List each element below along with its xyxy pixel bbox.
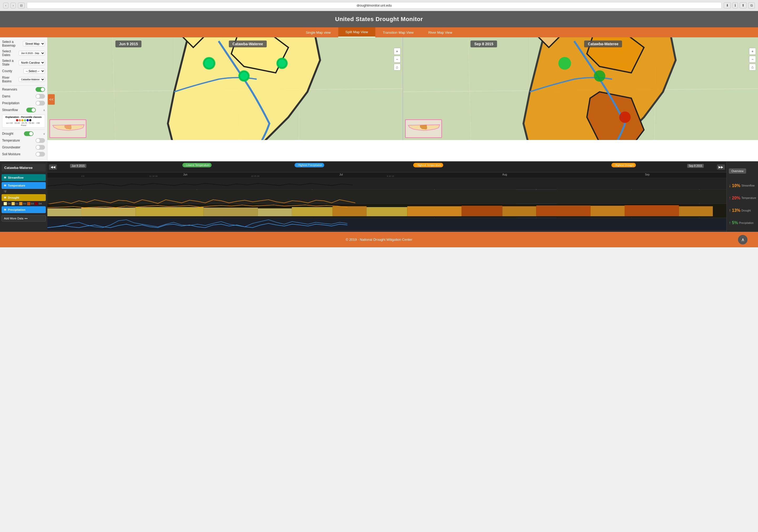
highest-drought-label: Highest Drought bbox=[615, 164, 634, 167]
right-zoom-out[interactable]: − bbox=[749, 56, 756, 63]
streamflow-stat-label: Streamflow bbox=[741, 184, 755, 187]
temperature-track-btn[interactable]: ≋ Temperature bbox=[2, 182, 46, 189]
share-btn[interactable]: ⬆ bbox=[740, 2, 747, 9]
address-bar[interactable]: droughtmonitor.unl.edu bbox=[27, 2, 722, 9]
overview-button[interactable]: Overview bbox=[729, 168, 746, 174]
right-map-svg bbox=[403, 37, 758, 140]
drought-track-btn[interactable]: ≋ Drought bbox=[2, 194, 46, 201]
sep-label: Sep bbox=[645, 173, 650, 176]
highest-precip-icon: ↑ bbox=[296, 164, 298, 167]
legend-dot-above-normal bbox=[24, 119, 26, 121]
window-btn[interactable]: ⧉ bbox=[748, 2, 755, 9]
tab-river-map[interactable]: River Map View bbox=[421, 27, 460, 37]
reservoirs-row: Reservoirs bbox=[2, 87, 45, 92]
right-map-controls: + − ⌂ bbox=[749, 48, 756, 71]
reservoirs-label: Reservoirs bbox=[2, 87, 17, 91]
lowest-temp-icon: ↓ bbox=[184, 164, 186, 167]
download-btn[interactable]: ⬇ bbox=[724, 2, 731, 9]
right-map-thumbnail bbox=[405, 119, 442, 138]
county-select[interactable]: -- Select -- bbox=[23, 68, 45, 74]
svg-rect-58 bbox=[258, 208, 292, 216]
scroll-top-button[interactable]: ∧ bbox=[738, 235, 747, 245]
tl-nav-right[interactable]: ▶▶ bbox=[717, 164, 725, 170]
svg-rect-54 bbox=[48, 208, 81, 216]
tab-single-map[interactable]: Single Map view bbox=[298, 27, 338, 37]
d1-label: D1 bbox=[16, 202, 19, 205]
streamflow-legend: Explanation - Percentile classes Lo <10 … bbox=[2, 115, 45, 128]
precipitation-stat-label: Precipitation bbox=[739, 221, 753, 224]
tl-right-panel: Overview ↓ 10% Streamflow ↑ 20% Temperat… bbox=[726, 162, 758, 232]
drought-legend: D0 D1 D2 D3 D4 bbox=[2, 202, 46, 205]
right-home[interactable]: ⌂ bbox=[749, 64, 756, 71]
highest-precip-label: Highest Precipitation bbox=[298, 164, 323, 167]
basemap-select[interactable]: Street Map bbox=[23, 41, 45, 46]
tick-2: 11 14 18 bbox=[149, 175, 157, 177]
basemap-label: Select a Basemap bbox=[2, 40, 22, 48]
svg-point-37 bbox=[619, 112, 630, 123]
groundwater-label: Groundwater bbox=[2, 146, 20, 149]
temperature-toggle[interactable] bbox=[36, 138, 45, 143]
svg-rect-68 bbox=[679, 206, 713, 216]
right-zoom-in[interactable]: + bbox=[749, 48, 756, 55]
tab-button[interactable]: ⊟ bbox=[18, 3, 25, 9]
footer-text: © 2019 - National Drought Mitigation Cen… bbox=[346, 238, 412, 242]
left-map-svg bbox=[48, 37, 403, 140]
state-select[interactable]: North Carolina bbox=[19, 60, 45, 65]
right-map-panel[interactable]: Sep 8 2015 Catawba-Wateree + − ⌂ bbox=[403, 37, 758, 140]
d4-swatch bbox=[35, 202, 38, 205]
state-row: Select a State North Carolina bbox=[2, 59, 45, 66]
left-home[interactable]: ⌂ bbox=[394, 64, 400, 71]
reservoirs-toggle[interactable] bbox=[36, 87, 45, 92]
temperature-stat-arrow: ↑ bbox=[729, 196, 731, 200]
tl-nav-left[interactable]: ◀◀ bbox=[49, 164, 57, 170]
svg-point-16 bbox=[238, 70, 250, 82]
jun-label: Jun bbox=[183, 173, 188, 176]
drought-chart bbox=[48, 204, 726, 217]
forward-button[interactable]: › bbox=[11, 3, 16, 9]
timeline-section: Catawba-Wateree ≋ Streamflow ≋ Temperatu… bbox=[0, 161, 758, 232]
info-btn[interactable]: ℹ bbox=[733, 2, 738, 9]
precipitation-track-btn[interactable]: ≋ Precipitation bbox=[2, 206, 46, 213]
streamflow-chevron[interactable]: ∧ bbox=[43, 109, 45, 112]
soil-moisture-toggle[interactable] bbox=[36, 152, 45, 156]
highest-temp-icon: ↑ bbox=[415, 164, 416, 167]
drought-toggle[interactable] bbox=[24, 131, 33, 136]
soil-moisture-label: Soil Moisture bbox=[2, 152, 20, 156]
legend-dot-normal bbox=[21, 119, 23, 121]
add-data-button[interactable]: Add More Data ••• bbox=[2, 215, 46, 221]
streamflow-toggle[interactable] bbox=[26, 108, 36, 112]
back-button[interactable]: ‹ bbox=[3, 3, 9, 9]
drought-chevron[interactable]: ∨ bbox=[43, 132, 45, 135]
back-maps-button[interactable]: << bbox=[48, 94, 55, 105]
streamflow-chart bbox=[48, 178, 726, 189]
maps-area: << Jun 9 2015 Catawba-Wateree + − ⌂ bbox=[48, 37, 758, 161]
left-zoom-in[interactable]: + bbox=[394, 48, 400, 55]
highest-drought-badge: ↑ Highest Drought bbox=[611, 163, 636, 167]
tick-4: 6 10 13 bbox=[387, 175, 394, 177]
left-map-panel[interactable]: Jun 9 2015 Catawba-Wateree + − ⌂ bbox=[48, 37, 403, 140]
svg-rect-62 bbox=[407, 206, 462, 216]
app-header: United States Drought Monitor bbox=[0, 11, 758, 27]
svg-rect-67 bbox=[625, 205, 679, 216]
d2-swatch bbox=[19, 202, 22, 205]
streamflow-track-btn[interactable]: ≋ Streamflow bbox=[2, 174, 46, 181]
svg-rect-63 bbox=[462, 206, 502, 216]
svg-rect-59 bbox=[292, 207, 333, 216]
right-map-date: Sep 8 2015 bbox=[470, 41, 497, 48]
streamflow-label: Streamflow bbox=[2, 108, 18, 112]
precipitation-track-label: Precipitation bbox=[8, 208, 25, 211]
river-basins-select[interactable]: Catawba-Wateree bbox=[19, 77, 45, 82]
precipitation-toggle[interactable] bbox=[36, 101, 45, 106]
tab-transition-map[interactable]: Transition Map View bbox=[375, 27, 421, 37]
streamflow-stat-arrow: ↓ bbox=[729, 183, 731, 188]
temperature-row: Temperature bbox=[2, 138, 45, 143]
highest-temp-badge: ↑ Highest Tempurature bbox=[413, 163, 443, 167]
aug-label: Aug bbox=[502, 173, 507, 176]
timeline-sidebar: Catawba-Wateree ≋ Streamflow ≋ Temperatu… bbox=[0, 162, 48, 232]
left-zoom-out[interactable]: − bbox=[394, 56, 400, 63]
tab-split-map[interactable]: Split Map View bbox=[338, 27, 376, 37]
groundwater-toggle[interactable] bbox=[36, 145, 45, 150]
dams-toggle[interactable] bbox=[36, 94, 45, 99]
temperature-stat-label: Temperature bbox=[741, 197, 756, 199]
dates-select[interactable]: Jun 9 2015 - Sep 8 2015 bbox=[19, 51, 45, 55]
